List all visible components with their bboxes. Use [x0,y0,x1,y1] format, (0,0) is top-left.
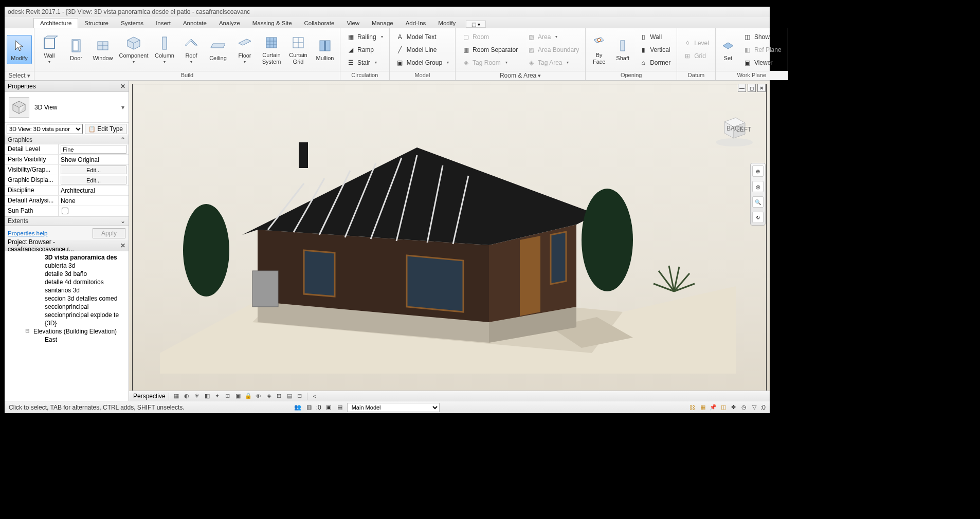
editable-only-icon[interactable]: ▥ [305,403,313,412]
lock-3d-icon[interactable]: 🔒 [244,392,252,400]
prop-cat-extents[interactable]: Extents⌄ [5,216,129,226]
tab-collaborate[interactable]: Collaborate [298,18,341,28]
column-button[interactable]: Column▾ [152,33,177,66]
shadows-icon[interactable]: ◧ [203,392,211,400]
component-button[interactable]: Component▾ [117,33,151,66]
close-icon[interactable]: ✕ [120,242,125,249]
temp-hide-icon[interactable]: 👁 [255,392,263,400]
model-line-button[interactable]: ╱Model Line [393,44,452,56]
tree-item[interactable]: sanitarios 3d [7,286,129,294]
tree-item[interactable]: {3D} [7,319,129,327]
select-face-icon[interactable]: ◫ [719,403,728,412]
tab-modify[interactable]: Modify [432,18,462,28]
shaft-button[interactable]: Shaft [611,35,634,63]
visual-style-icon[interactable]: ◐ [183,392,191,400]
stair-button[interactable]: ☰Stair [343,57,386,69]
curtain-system-button[interactable]: Curtain System [259,32,284,66]
window-button[interactable]: Window [90,35,116,63]
floor-button[interactable]: Floor▾ [232,33,258,66]
tab-addins[interactable]: Add-Ins [400,18,432,28]
ribbon-overflow-dropdown[interactable]: ⬚ ▾ [466,21,486,28]
close-icon[interactable]: ✕ [120,83,125,90]
select-links-icon[interactable]: ⛓ [688,403,697,412]
full-nav-wheel-icon[interactable]: ⊕ [752,165,764,177]
apply-button[interactable]: Apply [93,228,125,238]
door-button[interactable]: Door [63,35,89,63]
room-separator-button[interactable]: ▥Room Separator [459,44,521,56]
ceiling-button[interactable]: Ceiling [205,35,231,63]
panel-label-room-area[interactable]: Room & Area ▾ [456,71,585,80]
worksharing-display-icon[interactable]: ⊞ [275,392,283,400]
model-text-button[interactable]: AModel Text [393,31,452,43]
instance-select[interactable]: 3D View: 3D vista panor [7,124,83,134]
tab-manage[interactable]: Manage [366,18,400,28]
ramp-button[interactable]: ◢Ramp [343,44,386,56]
tab-architecture[interactable]: Architecture [33,18,78,28]
tab-structure[interactable]: Structure [78,18,115,28]
vg-edit-button[interactable]: Edit... [61,165,126,174]
zoom-icon[interactable]: 🔍 [752,196,764,208]
properties-help-link[interactable]: Properties help [8,230,47,236]
crop-region-icon[interactable]: ▣ [234,392,242,400]
close-view-icon[interactable]: ✕ [757,84,766,92]
tree-item[interactable]: seccion 3d detalles comed [7,294,129,303]
orbit-icon[interactable]: ↻ [752,212,764,223]
reveal-constraints-icon[interactable]: ⊟ [296,392,304,400]
viewer-button[interactable]: ▣Viewer [740,57,785,69]
tab-insert[interactable]: Insert [150,18,177,28]
worksets-icon[interactable]: 👥 [294,403,302,412]
background-processes-icon[interactable]: ◷ [740,403,748,412]
tree-item[interactable]: detalle 3d baño [7,270,129,278]
reveal-hidden-icon[interactable]: ◈ [265,392,273,400]
active-only-icon[interactable]: ▤ [336,403,344,412]
scroll-left-icon[interactable]: < [311,392,319,400]
wall-button[interactable]: Wall▾ [37,33,62,66]
properties-header[interactable]: Properties ✕ [5,81,129,92]
project-browser-header[interactable]: Project Browser - casafranciscoavance.r.… [5,240,129,251]
crop-view-icon[interactable]: ⊡ [224,392,232,400]
opening-dormer-button[interactable]: ⌂Dormer [636,57,674,69]
filter-icon[interactable]: ▽ [750,403,758,412]
detail-level-icon[interactable]: ▦ [172,392,180,400]
tab-systems[interactable]: Systems [115,18,150,28]
gd-edit-button[interactable]: Edit... [61,176,126,184]
select-pinned-icon[interactable]: 📌 [709,403,717,412]
sun-path-icon[interactable]: ☀ [193,392,201,400]
tree-item[interactable]: 3D vista panoramica des [7,253,129,262]
maximize-view-icon[interactable]: ◻ [748,84,756,92]
view-scale-label[interactable]: Perspective [133,393,166,400]
minimize-view-icon[interactable]: — [738,84,746,92]
mullion-button[interactable]: Mullion [312,35,338,63]
drag-elements-icon[interactable]: ✥ [730,403,738,412]
rendering-icon[interactable]: ✦ [213,392,222,400]
sun-path-checkbox[interactable] [62,208,68,214]
railing-button[interactable]: ▦Railing [343,31,386,43]
model-group-button[interactable]: ▣Model Group [393,57,452,69]
3d-viewport[interactable]: — ◻ ✕ BACK LEFT ⊕ ◎ [129,81,770,401]
panel-label-select[interactable]: Select ▾ [5,71,34,80]
analytical-model-icon[interactable]: ▤ [285,392,294,400]
main-model-select[interactable]: Main Model [347,403,440,412]
roof-button[interactable]: Roof▾ [178,33,204,66]
viewcube[interactable]: BACK LEFT [714,112,754,147]
tab-analyze[interactable]: Analyze [213,18,246,28]
opening-wall-button[interactable]: ▯Wall [636,31,674,43]
properties-type-selector[interactable]: 3D View ▾ [5,92,129,123]
tab-view[interactable]: View [340,18,366,28]
tree-category[interactable]: Elevations (Building Elevation) [7,327,129,336]
curtain-grid-button[interactable]: Curtain Grid [285,32,311,66]
by-face-button[interactable]: By Face [588,32,610,66]
set-workplane-button[interactable]: Set [718,35,738,63]
modify-button[interactable]: Modify [7,35,32,64]
tab-annotate[interactable]: Annotate [177,18,213,28]
design-options-icon[interactable]: ▣ [324,403,333,412]
detail-level-input[interactable] [61,145,126,154]
tree-item[interactable]: seccionprincipal explode te [7,311,129,319]
prop-cat-graphics[interactable]: Graphics⌃ [5,135,129,144]
opening-vertical-button[interactable]: ▮Vertical [636,44,674,56]
select-underlay-icon[interactable]: ▦ [699,403,707,412]
edit-type-button[interactable]: 📋 Edit Type [85,124,126,134]
tab-massing-site[interactable]: Massing & Site [246,18,298,28]
steering-wheel-icon[interactable]: ◎ [752,181,764,192]
tree-item[interactable]: East [7,336,129,344]
